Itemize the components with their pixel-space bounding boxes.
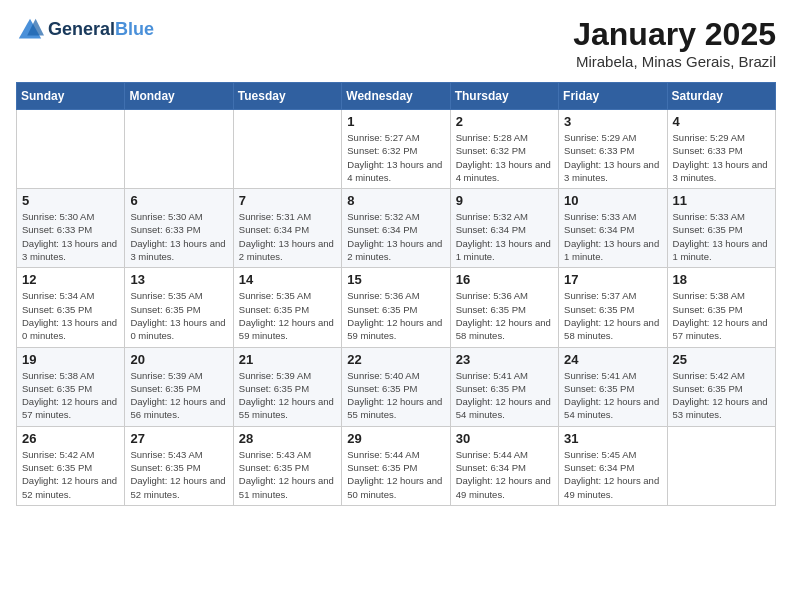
day-info: Sunrise: 5:38 AM Sunset: 6:35 PM Dayligh… [673,289,770,342]
day-info: Sunrise: 5:36 AM Sunset: 6:35 PM Dayligh… [347,289,444,342]
calendar-cell: 4Sunrise: 5:29 AM Sunset: 6:33 PM Daylig… [667,110,775,189]
calendar-cell: 24Sunrise: 5:41 AM Sunset: 6:35 PM Dayli… [559,347,667,426]
calendar-cell: 5Sunrise: 5:30 AM Sunset: 6:33 PM Daylig… [17,189,125,268]
calendar-cell: 6Sunrise: 5:30 AM Sunset: 6:33 PM Daylig… [125,189,233,268]
day-info: Sunrise: 5:35 AM Sunset: 6:35 PM Dayligh… [239,289,336,342]
calendar-cell: 10Sunrise: 5:33 AM Sunset: 6:34 PM Dayli… [559,189,667,268]
calendar-cell: 28Sunrise: 5:43 AM Sunset: 6:35 PM Dayli… [233,426,341,505]
calendar-cell: 26Sunrise: 5:42 AM Sunset: 6:35 PM Dayli… [17,426,125,505]
day-number: 2 [456,114,553,129]
day-info: Sunrise: 5:31 AM Sunset: 6:34 PM Dayligh… [239,210,336,263]
calendar-cell: 14Sunrise: 5:35 AM Sunset: 6:35 PM Dayli… [233,268,341,347]
day-number: 1 [347,114,444,129]
calendar-week-row: 1Sunrise: 5:27 AM Sunset: 6:32 PM Daylig… [17,110,776,189]
day-number: 14 [239,272,336,287]
month-title: January 2025 [573,16,776,53]
calendar-cell: 2Sunrise: 5:28 AM Sunset: 6:32 PM Daylig… [450,110,558,189]
page-header: GeneralBlue January 2025 Mirabela, Minas… [16,16,776,70]
day-number: 25 [673,352,770,367]
day-number: 4 [673,114,770,129]
day-number: 28 [239,431,336,446]
day-info: Sunrise: 5:37 AM Sunset: 6:35 PM Dayligh… [564,289,661,342]
weekday-header: Friday [559,83,667,110]
day-info: Sunrise: 5:33 AM Sunset: 6:35 PM Dayligh… [673,210,770,263]
day-info: Sunrise: 5:40 AM Sunset: 6:35 PM Dayligh… [347,369,444,422]
calendar-cell: 11Sunrise: 5:33 AM Sunset: 6:35 PM Dayli… [667,189,775,268]
title-block: January 2025 Mirabela, Minas Gerais, Bra… [573,16,776,70]
calendar-cell: 19Sunrise: 5:38 AM Sunset: 6:35 PM Dayli… [17,347,125,426]
calendar-cell: 15Sunrise: 5:36 AM Sunset: 6:35 PM Dayli… [342,268,450,347]
day-number: 8 [347,193,444,208]
day-number: 31 [564,431,661,446]
calendar-header-row: SundayMondayTuesdayWednesdayThursdayFrid… [17,83,776,110]
calendar-cell [233,110,341,189]
calendar-week-row: 26Sunrise: 5:42 AM Sunset: 6:35 PM Dayli… [17,426,776,505]
day-number: 22 [347,352,444,367]
day-info: Sunrise: 5:44 AM Sunset: 6:34 PM Dayligh… [456,448,553,501]
day-info: Sunrise: 5:44 AM Sunset: 6:35 PM Dayligh… [347,448,444,501]
calendar-week-row: 19Sunrise: 5:38 AM Sunset: 6:35 PM Dayli… [17,347,776,426]
location: Mirabela, Minas Gerais, Brazil [573,53,776,70]
calendar-cell: 18Sunrise: 5:38 AM Sunset: 6:35 PM Dayli… [667,268,775,347]
day-info: Sunrise: 5:39 AM Sunset: 6:35 PM Dayligh… [130,369,227,422]
day-info: Sunrise: 5:41 AM Sunset: 6:35 PM Dayligh… [456,369,553,422]
weekday-header: Monday [125,83,233,110]
day-number: 12 [22,272,119,287]
day-number: 30 [456,431,553,446]
day-number: 18 [673,272,770,287]
weekday-header: Sunday [17,83,125,110]
day-info: Sunrise: 5:42 AM Sunset: 6:35 PM Dayligh… [673,369,770,422]
day-info: Sunrise: 5:28 AM Sunset: 6:32 PM Dayligh… [456,131,553,184]
calendar-cell: 21Sunrise: 5:39 AM Sunset: 6:35 PM Dayli… [233,347,341,426]
day-info: Sunrise: 5:27 AM Sunset: 6:32 PM Dayligh… [347,131,444,184]
day-info: Sunrise: 5:36 AM Sunset: 6:35 PM Dayligh… [456,289,553,342]
day-info: Sunrise: 5:30 AM Sunset: 6:33 PM Dayligh… [130,210,227,263]
day-info: Sunrise: 5:35 AM Sunset: 6:35 PM Dayligh… [130,289,227,342]
calendar-cell: 12Sunrise: 5:34 AM Sunset: 6:35 PM Dayli… [17,268,125,347]
day-number: 23 [456,352,553,367]
calendar-week-row: 12Sunrise: 5:34 AM Sunset: 6:35 PM Dayli… [17,268,776,347]
day-number: 5 [22,193,119,208]
calendar-cell [17,110,125,189]
weekday-header: Saturday [667,83,775,110]
day-number: 21 [239,352,336,367]
calendar-cell: 16Sunrise: 5:36 AM Sunset: 6:35 PM Dayli… [450,268,558,347]
calendar-cell: 17Sunrise: 5:37 AM Sunset: 6:35 PM Dayli… [559,268,667,347]
calendar-table: SundayMondayTuesdayWednesdayThursdayFrid… [16,82,776,506]
day-number: 19 [22,352,119,367]
weekday-header: Thursday [450,83,558,110]
day-info: Sunrise: 5:45 AM Sunset: 6:34 PM Dayligh… [564,448,661,501]
logo-text: GeneralBlue [48,20,154,40]
calendar-cell: 13Sunrise: 5:35 AM Sunset: 6:35 PM Dayli… [125,268,233,347]
day-number: 3 [564,114,661,129]
logo: GeneralBlue [16,16,154,44]
day-number: 24 [564,352,661,367]
calendar-cell: 8Sunrise: 5:32 AM Sunset: 6:34 PM Daylig… [342,189,450,268]
calendar-cell [667,426,775,505]
day-info: Sunrise: 5:33 AM Sunset: 6:34 PM Dayligh… [564,210,661,263]
day-number: 11 [673,193,770,208]
calendar-cell: 27Sunrise: 5:43 AM Sunset: 6:35 PM Dayli… [125,426,233,505]
day-number: 17 [564,272,661,287]
day-info: Sunrise: 5:32 AM Sunset: 6:34 PM Dayligh… [456,210,553,263]
day-number: 29 [347,431,444,446]
day-info: Sunrise: 5:29 AM Sunset: 6:33 PM Dayligh… [564,131,661,184]
day-number: 26 [22,431,119,446]
day-info: Sunrise: 5:34 AM Sunset: 6:35 PM Dayligh… [22,289,119,342]
calendar-week-row: 5Sunrise: 5:30 AM Sunset: 6:33 PM Daylig… [17,189,776,268]
weekday-header: Tuesday [233,83,341,110]
day-info: Sunrise: 5:42 AM Sunset: 6:35 PM Dayligh… [22,448,119,501]
day-number: 27 [130,431,227,446]
calendar-cell [125,110,233,189]
calendar-cell: 1Sunrise: 5:27 AM Sunset: 6:32 PM Daylig… [342,110,450,189]
calendar-cell: 20Sunrise: 5:39 AM Sunset: 6:35 PM Dayli… [125,347,233,426]
day-number: 20 [130,352,227,367]
logo-icon [16,16,44,44]
day-info: Sunrise: 5:41 AM Sunset: 6:35 PM Dayligh… [564,369,661,422]
calendar-cell: 9Sunrise: 5:32 AM Sunset: 6:34 PM Daylig… [450,189,558,268]
day-number: 16 [456,272,553,287]
calendar-cell: 7Sunrise: 5:31 AM Sunset: 6:34 PM Daylig… [233,189,341,268]
day-info: Sunrise: 5:39 AM Sunset: 6:35 PM Dayligh… [239,369,336,422]
day-number: 6 [130,193,227,208]
day-number: 13 [130,272,227,287]
